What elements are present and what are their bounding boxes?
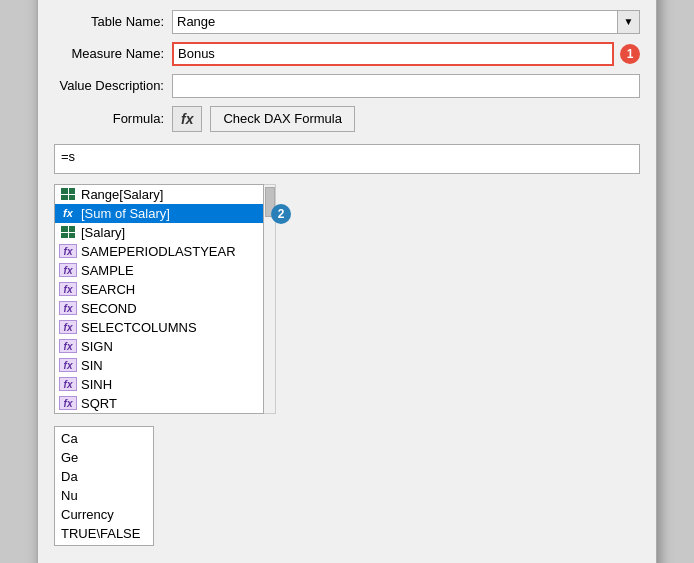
table-name-label: Table Name: <box>54 14 164 29</box>
func-icon-8: fx <box>59 339 77 353</box>
autocomplete-item-8[interactable]: fx SIGN <box>55 337 263 356</box>
autocomplete-item-4[interactable]: fx SAMPLE <box>55 261 263 280</box>
table-icon-0 <box>59 187 77 201</box>
func-icon-5: fx <box>59 282 77 296</box>
autocomplete-item-label-9: SIN <box>81 358 103 373</box>
dialog-body: Table Name: ▼ Measure Name: 1 Value Desc… <box>38 0 656 556</box>
autocomplete-item-label-5: SEARCH <box>81 282 135 297</box>
value-desc-label: Value Description: <box>54 78 164 93</box>
measure-name-input[interactable] <box>172 42 614 66</box>
formula-text: =s <box>61 149 75 164</box>
func-icon-7: fx <box>59 320 77 334</box>
table-name-row: Table Name: ▼ <box>54 10 640 34</box>
autocomplete-item-label-1: [Sum of Salary] <box>81 206 170 221</box>
func-icon-9: fx <box>59 358 77 372</box>
autocomplete-item-10[interactable]: fx SINH <box>55 375 263 394</box>
autocomplete-item-label-8: SIGN <box>81 339 113 354</box>
autocomplete-item-1[interactable]: fx [Sum of Salary] 2 <box>55 204 263 223</box>
measure-dialog: Measure ? ✕ Table Name: ▼ Measure Name: … <box>37 0 657 563</box>
categories-list: Ca Ge Da Nu Currency TRUE\FALSE <box>54 426 154 546</box>
autocomplete-item-label-3: SAMEPERIODLASTYEAR <box>81 244 236 259</box>
table-name-input[interactable] <box>172 10 618 34</box>
formula-row: Formula: fx Check DAX Formula <box>54 106 640 132</box>
func-icon-4: fx <box>59 263 77 277</box>
measure-name-label: Measure Name: <box>54 46 164 61</box>
autocomplete-item-label-2: [Salary] <box>81 225 125 240</box>
formula-area[interactable]: =s <box>54 144 640 174</box>
badge-two: 2 <box>271 204 291 224</box>
autocomplete-item-label-4: SAMPLE <box>81 263 134 278</box>
categories-label: Ca <box>55 429 153 448</box>
dialog-footer: OK Cancel <box>38 556 656 564</box>
func-icon-10: fx <box>59 377 77 391</box>
autocomplete-list: Range[Salary] fx [Sum of Salary] 2 <box>54 184 264 414</box>
autocomplete-item-2[interactable]: [Salary] <box>55 223 263 242</box>
autocomplete-item-label-0: Range[Salary] <box>81 187 163 202</box>
autocomplete-container: Range[Salary] fx [Sum of Salary] 2 <box>54 184 640 414</box>
category-nu[interactable]: Nu <box>55 486 153 505</box>
autocomplete-item-9[interactable]: fx SIN <box>55 356 263 375</box>
func-icon-3: fx <box>59 244 77 258</box>
table-icon-2 <box>59 225 77 239</box>
autocomplete-item-label-6: SECOND <box>81 301 137 316</box>
table-name-dropdown-arrow[interactable]: ▼ <box>618 10 640 34</box>
func-icon-11: fx <box>59 396 77 410</box>
check-dax-button[interactable]: Check DAX Formula <box>210 106 354 132</box>
categories-section: Ca Ge Da Nu Currency TRUE\FALSE <box>54 426 640 546</box>
value-desc-input[interactable] <box>172 74 640 98</box>
formula-label: Formula: <box>54 111 164 126</box>
autocomplete-item-7[interactable]: fx SELECTCOLUMNS <box>55 318 263 337</box>
func-icon-6: fx <box>59 301 77 315</box>
autocomplete-item-5[interactable]: fx SEARCH <box>55 280 263 299</box>
value-desc-row: Value Description: <box>54 74 640 98</box>
badge-one: 1 <box>620 44 640 64</box>
autocomplete-item-0[interactable]: Range[Salary] <box>55 185 263 204</box>
category-truefalse[interactable]: TRUE\FALSE <box>55 524 153 543</box>
autocomplete-item-label-7: SELECTCOLUMNS <box>81 320 197 335</box>
categories-label-text: Ca <box>61 431 78 446</box>
measure-icon-1: fx <box>59 206 77 220</box>
autocomplete-item-label-10: SINH <box>81 377 112 392</box>
autocomplete-item-label-11: SQRT <box>81 396 117 411</box>
autocomplete-item-6[interactable]: fx SECOND <box>55 299 263 318</box>
category-currency[interactable]: Currency <box>55 505 153 524</box>
autocomplete-item-11[interactable]: fx SQRT <box>55 394 263 413</box>
fx-button[interactable]: fx <box>172 106 202 132</box>
category-ge[interactable]: Ge <box>55 448 153 467</box>
autocomplete-item-3[interactable]: fx SAMEPERIODLASTYEAR <box>55 242 263 261</box>
category-da[interactable]: Da <box>55 467 153 486</box>
measure-name-row: Measure Name: 1 <box>54 42 640 66</box>
